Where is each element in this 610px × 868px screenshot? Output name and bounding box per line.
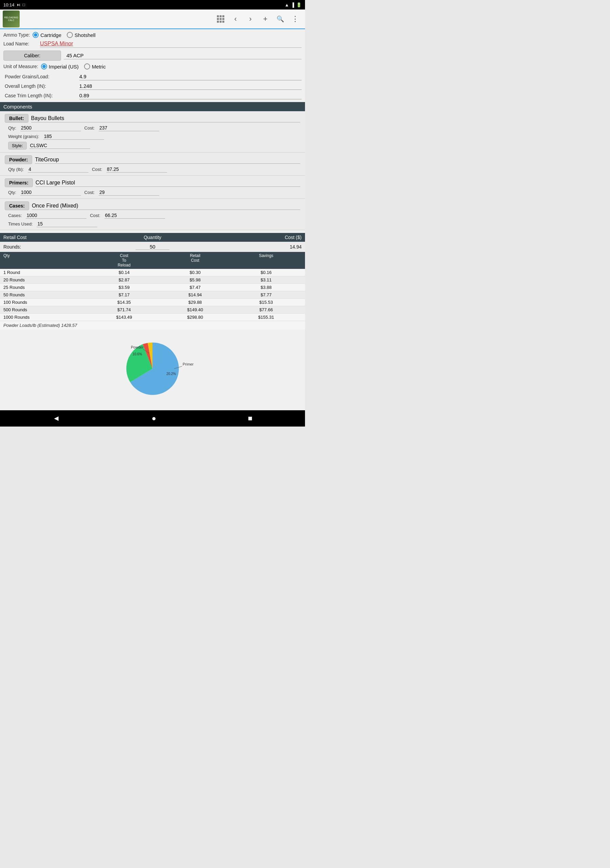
nav-back-button[interactable]: ◄ — [46, 411, 67, 426]
table-row: 1000 Rounds $143.49 $298.80 $155.31 — [0, 314, 305, 321]
metric-radio-circle[interactable] — [84, 64, 90, 70]
cell-savings: $15.53 — [231, 300, 302, 305]
cell-retail: $0.30 — [159, 270, 231, 275]
nav-home-button[interactable]: ● — [145, 411, 163, 426]
cell-cost-reload: $2.87 — [88, 277, 159, 282]
primers-qty-label: Qty: — [8, 190, 16, 195]
add-button[interactable]: + — [258, 12, 272, 26]
retail-header-col3: Cost ($) — [202, 235, 302, 240]
cartridge-radio-label: Cartridge — [40, 32, 61, 38]
bullet-weight-input[interactable] — [43, 133, 104, 140]
shotshell-radio-circle[interactable] — [67, 32, 73, 38]
powder-cost-input[interactable] — [107, 166, 167, 173]
cell-cost-reload: $7.17 — [88, 292, 159, 298]
cell-retail: $14.94 — [159, 292, 231, 298]
rounds-qty-input[interactable] — [136, 244, 169, 250]
powder-header-row: Powder: — [5, 155, 300, 164]
powder-qty-input[interactable] — [28, 166, 88, 173]
uom-radio-group: Imperial (US) Metric — [41, 64, 106, 70]
radio-imperial[interactable]: Imperial (US) — [41, 64, 79, 70]
col-cost-reload-header: CostToReload — [88, 253, 159, 268]
primers-cost-input[interactable] — [99, 189, 159, 195]
bullet-style-button[interactable]: Style: — [8, 142, 27, 150]
radio-cartridge[interactable]: Cartridge — [33, 32, 61, 38]
primers-button[interactable]: Primers: — [5, 178, 33, 187]
powder-loads-label: Powder Loads/lb (Estimated) — [3, 323, 60, 328]
radio-shotshell[interactable]: Shotshell — [67, 32, 96, 38]
cell-qty: 1000 Rounds — [3, 315, 88, 320]
cell-qty: 20 Rounds — [3, 277, 88, 282]
cell-qty: 1 Round — [3, 270, 88, 275]
case-trim-label: Case Trim Length (IN): — [5, 93, 79, 98]
table-row: 20 Rounds $2.87 $5.98 $3.11 — [0, 276, 305, 284]
powder-cost-label: Cost: — [92, 167, 102, 172]
radio-metric[interactable]: Metric — [84, 64, 106, 70]
cases-name-input[interactable] — [32, 202, 300, 210]
pie-chart: Powder 10.6% Primer 20.2% — [102, 336, 203, 404]
menu-button[interactable]: ⋮ — [288, 12, 302, 26]
table-row: 50 Rounds $7.17 $14.94 $7.77 — [0, 291, 305, 299]
search-button[interactable]: 🔍 — [273, 12, 287, 26]
battery-icon: 🔋 — [296, 2, 302, 8]
powder-section: Powder: Qty (lb): Cost: — [0, 153, 305, 176]
bullet-qty-input[interactable] — [20, 125, 81, 131]
cartridge-radio-circle[interactable] — [33, 32, 39, 38]
cell-retail: $29.88 — [159, 300, 231, 305]
forward-button[interactable]: › — [243, 12, 257, 26]
powder-name-input[interactable] — [35, 156, 300, 164]
cell-savings: $7.77 — [231, 292, 302, 298]
status-bar: 10:14 ⏯ □ ▲ ▐ 🔋 — [0, 0, 305, 9]
imperial-radio-label: Imperial (US) — [49, 64, 79, 70]
back-button[interactable]: ‹ — [228, 12, 243, 26]
nav-square-button[interactable]: ■ — [241, 411, 259, 426]
caliber-button[interactable]: Caliber: — [3, 51, 61, 61]
primers-cost-label: Cost: — [84, 190, 94, 195]
bullet-weight-label: Weight (grains): — [8, 134, 39, 139]
primers-section: Primers: Qty: Cost: — [0, 176, 305, 199]
bullet-button[interactable]: Bullet: — [5, 114, 28, 123]
wifi-icon: ▲ — [285, 2, 289, 8]
cases-times-used-input[interactable] — [37, 221, 97, 227]
primers-qty-input[interactable] — [20, 189, 81, 195]
cost-table-body: 1 Round $0.14 $0.30 $0.16 20 Rounds $2.8… — [0, 269, 305, 321]
bullet-weight-row: Weight (grains): — [5, 133, 300, 140]
status-left: 10:14 ⏯ □ — [3, 2, 25, 8]
sim-icon: □ — [23, 2, 25, 7]
bullet-cost-input[interactable] — [99, 125, 159, 131]
cases-button[interactable]: Cases: — [5, 202, 29, 210]
forward-icon: › — [249, 15, 251, 23]
cases-qty-input[interactable] — [26, 212, 87, 219]
bottom-nav: ◄ ● ■ — [0, 410, 305, 426]
caliber-input[interactable] — [64, 52, 302, 59]
rounds-qty-col — [103, 244, 202, 250]
components-header: Components — [0, 102, 305, 111]
app-logo: RELOADINGCALC — [3, 11, 20, 28]
search-icon: 🔍 — [277, 15, 284, 23]
main-content: Ammo Type: Cartridge Shotshell Load Name… — [0, 29, 305, 410]
grid-view-button[interactable] — [214, 12, 228, 26]
ammo-type-label: Ammo Type: — [3, 32, 30, 38]
header-actions: ‹ › + 🔍 ⋮ — [214, 12, 302, 26]
cell-cost-reload: $0.14 — [88, 270, 159, 275]
case-trim-input[interactable] — [79, 92, 302, 99]
rounds-label: Rounds: — [3, 244, 103, 250]
cases-times-used-row: Times Used: — [5, 221, 300, 227]
powder-qty-label: Qty (lb): — [8, 167, 24, 172]
bullet-style-input[interactable] — [29, 143, 90, 149]
powder-button[interactable]: Powder: — [5, 155, 32, 164]
imperial-radio-circle[interactable] — [41, 64, 47, 70]
cell-retail: $7.47 — [159, 285, 231, 290]
powder-grains-input[interactable] — [79, 73, 302, 81]
table-row: 100 Rounds $14.35 $29.88 $15.53 — [0, 299, 305, 306]
cost-table-section: Qty CostToReload RetailCost Savings 1 Ro… — [0, 252, 305, 330]
uom-label: Unit of Measure: — [3, 64, 38, 69]
cases-cost-input[interactable] — [104, 212, 165, 219]
load-name-input[interactable] — [40, 40, 302, 48]
bullet-name-input[interactable] — [31, 115, 300, 122]
primers-name-input[interactable] — [36, 179, 300, 187]
overall-length-input[interactable] — [79, 82, 302, 90]
cell-savings: $0.16 — [231, 270, 302, 275]
add-icon: + — [263, 15, 268, 23]
cell-savings: $3.88 — [231, 285, 302, 290]
case-trim-row: Case Trim Length (IN): — [3, 92, 302, 99]
